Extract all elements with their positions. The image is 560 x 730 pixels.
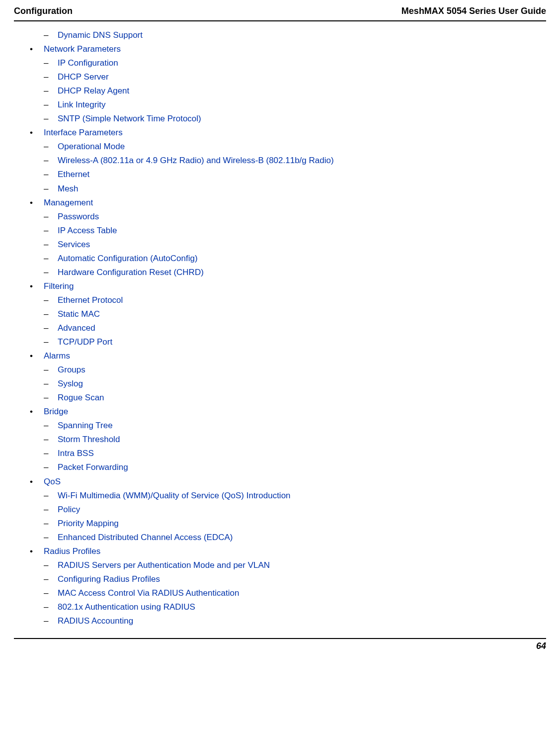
sub-item-link[interactable]: Ethernet [58, 168, 89, 182]
sub-item-link[interactable]: IP Access Table [58, 224, 117, 238]
sub-list: –RADIUS Servers per Authentication Mode … [30, 558, 530, 628]
dash-bullet-icon: – [44, 154, 58, 168]
header-section-title: Configuration [14, 6, 73, 16]
sub-row: –Syslog [44, 377, 530, 391]
sub-row: –Advanced [44, 321, 530, 335]
sub-row: –MAC Access Control Via RADIUS Authentic… [44, 586, 530, 600]
list-sub-item: –Priority Mapping [44, 517, 530, 531]
sub-row: –Wi-Fi Multimedia (WMM)/Quality of Servi… [44, 489, 530, 503]
sub-list: –Wi-Fi Multimedia (WMM)/Quality of Servi… [30, 489, 530, 545]
sub-item-link[interactable]: Packet Forwarding [58, 460, 128, 474]
sub-item-link[interactable]: Static MAC [58, 307, 100, 321]
list-sub-item: –Automatic Configuration (AutoConfig) [44, 252, 530, 266]
sub-item-link[interactable]: Groups [58, 363, 85, 377]
top-item-link[interactable]: Interface Parameters [44, 126, 123, 140]
sub-row: –Packet Forwarding [44, 460, 530, 474]
dash-bullet-icon: – [44, 210, 58, 224]
sub-item-link[interactable]: Passwords [58, 210, 99, 224]
list-sub-item: –Policy [44, 503, 530, 517]
header-guide-title: MeshMAX 5054 Series User Guide [401, 6, 546, 16]
sub-item-link[interactable]: SNTP (Simple Network Time Protocol) [58, 112, 201, 126]
sub-item-link[interactable]: RADIUS Servers per Authentication Mode a… [58, 558, 270, 572]
sub-item-link[interactable]: Hardware Configuration Reset (CHRD) [58, 266, 204, 279]
sub-item-link[interactable]: Syslog [58, 377, 83, 391]
dash-bullet-icon: – [44, 391, 58, 405]
top-item-link[interactable]: QoS [44, 475, 61, 489]
sub-item-link[interactable]: Enhanced Distributed Channel Access (EDC… [58, 531, 233, 545]
list-sub-item: –Wi-Fi Multimedia (WMM)/Quality of Servi… [44, 489, 530, 503]
list-top-item: •QoS [30, 475, 530, 489]
sub-item-link[interactable]: DHCP Server [58, 70, 109, 84]
top-item-link[interactable]: Radius Profiles [44, 545, 100, 558]
sub-item-link[interactable]: Intra BSS [58, 447, 94, 460]
sub-item-link[interactable]: Ethernet Protocol [58, 293, 123, 307]
dash-bullet-icon: – [44, 238, 58, 252]
top-item-link[interactable]: Management [44, 196, 93, 210]
sub-item-link[interactable]: MAC Access Control Via RADIUS Authentica… [58, 586, 239, 600]
dash-bullet-icon: – [44, 460, 58, 474]
dash-bullet-icon: – [44, 586, 58, 600]
sub-row: –Storm Threshold [44, 433, 530, 447]
sub-row: –DHCP Relay Agent [44, 84, 530, 98]
sub-item-link[interactable]: Rogue Scan [58, 391, 104, 405]
sub-item-link[interactable]: DHCP Relay Agent [58, 84, 129, 98]
sub-item-link[interactable]: Storm Threshold [58, 433, 120, 447]
sub-row: –Ethernet [44, 168, 530, 182]
list-sub-item: –Wireless-A (802.11a or 4.9 GHz Radio) a… [44, 154, 530, 168]
list-sub-item: –DHCP Relay Agent [44, 84, 530, 98]
bullet-icon: • [30, 405, 44, 419]
list-item: •Interface Parameters–Operational Mode–W… [30, 126, 530, 195]
sub-item-link[interactable]: Priority Mapping [58, 517, 119, 531]
sub-list: –Spanning Tree–Storm Threshold–Intra BSS… [30, 419, 530, 474]
list-sub-item: –Spanning Tree [44, 419, 530, 433]
sub-item-link[interactable]: Wireless-A (802.11a or 4.9 GHz Radio) an… [58, 154, 334, 168]
page-number: 64 [536, 641, 546, 651]
list-sub-item: –Storm Threshold [44, 433, 530, 447]
top-item-link[interactable]: Network Parameters [44, 42, 121, 56]
sub-list: –IP Configuration–DHCP Server–DHCP Relay… [30, 56, 530, 126]
list-item: •Network Parameters–IP Configuration–DHC… [30, 42, 530, 126]
sub-item-link[interactable]: Operational Mode [58, 140, 125, 154]
sub-item-link[interactable]: Configuring Radius Profiles [58, 572, 160, 586]
sub-row: –RADIUS Accounting [44, 614, 530, 628]
dash-bullet-icon: – [44, 182, 58, 196]
sub-item-link[interactable]: Link Integrity [58, 98, 105, 112]
sub-item-link[interactable]: Dynamic DNS Support [58, 28, 143, 42]
sub-list: –Passwords–IP Access Table–Services–Auto… [30, 210, 530, 279]
sub-item-link[interactable]: Policy [58, 503, 80, 517]
sub-item-link[interactable]: RADIUS Accounting [58, 614, 133, 628]
list-sub-item: –TCP/UDP Port [44, 335, 530, 349]
sub-item-link[interactable]: Services [58, 238, 90, 252]
dash-bullet-icon: – [44, 517, 58, 531]
list-item: •QoS–Wi-Fi Multimedia (WMM)/Quality of S… [30, 475, 530, 545]
page-footer: 64 [14, 638, 546, 651]
list-sub-item: –Rogue Scan [44, 391, 530, 405]
sub-item-link[interactable]: 802.1x Authentication using RADIUS [58, 600, 195, 614]
list-sub-item: –Intra BSS [44, 447, 530, 460]
list-sub-item: –RADIUS Servers per Authentication Mode … [44, 558, 530, 572]
sub-item-link[interactable]: Automatic Configuration (AutoConfig) [58, 252, 198, 266]
dash-bullet-icon: – [44, 433, 58, 447]
dash-bullet-icon: – [44, 307, 58, 321]
sub-item-link[interactable]: Advanced [58, 321, 95, 335]
sub-item-link[interactable]: TCP/UDP Port [58, 335, 112, 349]
list-sub-item: –MAC Access Control Via RADIUS Authentic… [44, 586, 530, 600]
sub-item-link[interactable]: Spanning Tree [58, 419, 113, 433]
sub-item-link[interactable]: IP Configuration [58, 56, 118, 70]
dash-bullet-icon: – [44, 572, 58, 586]
dash-bullet-icon: – [44, 266, 58, 279]
sub-item-link[interactable]: Wi-Fi Multimedia (WMM)/Quality of Servic… [58, 489, 291, 503]
sub-row: –Hardware Configuration Reset (CHRD) [44, 266, 530, 279]
list-sub-item: –Advanced [44, 321, 530, 335]
top-item-link[interactable]: Alarms [44, 349, 70, 363]
bullet-icon: • [30, 475, 44, 489]
sub-row: –Configuring Radius Profiles [44, 572, 530, 586]
sub-item-link[interactable]: Mesh [58, 182, 79, 196]
sub-row: –Static MAC [44, 307, 530, 321]
top-item-link[interactable]: Filtering [44, 279, 74, 293]
list-top-item: •Bridge [30, 405, 530, 419]
sub-row: –Priority Mapping [44, 517, 530, 531]
dash-bullet-icon: – [44, 70, 58, 84]
dash-bullet-icon: – [44, 377, 58, 391]
top-item-link[interactable]: Bridge [44, 405, 68, 419]
